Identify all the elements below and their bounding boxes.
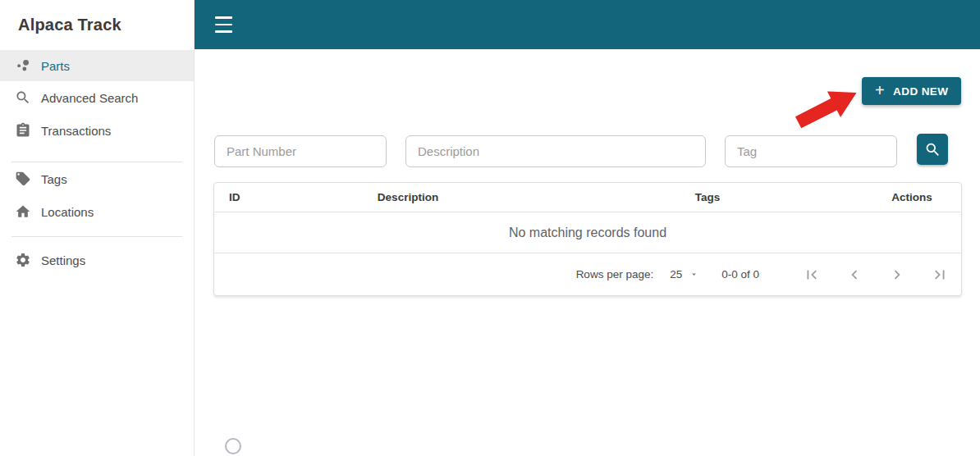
pagination-range: 0-0 of 0 [721, 268, 759, 280]
sidebar-item-transactions[interactable]: Transactions [0, 114, 194, 147]
last-page-button[interactable] [930, 265, 950, 285]
sidebar-item-label: Settings [41, 253, 85, 267]
hamburger-icon [215, 24, 232, 26]
tag-icon [14, 170, 32, 188]
loading-spinner-circle [225, 438, 241, 454]
table-header-row: ID Description Tags Actions [214, 183, 961, 212]
hamburger-icon [215, 16, 232, 19]
rows-per-page-value: 25 [670, 268, 682, 280]
empty-state-row: No matching records found [214, 212, 961, 253]
last-page-icon [931, 266, 949, 284]
search-icon [14, 89, 32, 107]
part-number-input[interactable] [214, 135, 387, 167]
sidebar-item-advanced-search[interactable]: Advanced Search [0, 81, 194, 114]
sidebar-item-label: Tags [41, 172, 67, 186]
sidebar-item-label: Advanced Search [41, 91, 138, 105]
sidebar-item-label: Transactions [41, 124, 111, 138]
clipboard-icon [14, 121, 32, 139]
sidebar-item-settings[interactable]: Settings [0, 244, 194, 276]
chevron-left-icon [845, 266, 863, 284]
tag-input[interactable] [725, 135, 897, 167]
rows-per-page-select[interactable]: 25 [670, 268, 698, 280]
empty-state-message: No matching records found [509, 226, 666, 240]
column-header-tags[interactable]: Tags [695, 183, 721, 212]
gear-icon [14, 251, 32, 269]
column-header-description[interactable]: Description [378, 183, 438, 212]
sidebar-item-tags[interactable]: Tags [0, 162, 194, 195]
sidebar: Alpaca Track Parts Advanced Search Trans… [0, 0, 195, 456]
parts-table: ID Description Tags Actions No matching … [213, 182, 962, 296]
search-button[interactable] [917, 134, 948, 165]
menu-button[interactable] [215, 16, 233, 33]
next-page-button[interactable] [887, 265, 907, 285]
chevron-down-icon [689, 270, 698, 279]
add-new-button[interactable]: + ADD NEW [862, 77, 961, 105]
sidebar-item-label: Locations [41, 205, 94, 219]
column-header-actions[interactable]: Actions [891, 183, 932, 212]
chevron-right-icon [888, 266, 906, 284]
plus-icon: + [875, 82, 885, 98]
rows-per-page-label: Rows per page: [576, 268, 654, 280]
app-title: Alpaca Track [0, 0, 194, 50]
pagination-bar: Rows per page: 25 0-0 of 0 [214, 253, 961, 295]
first-page-button[interactable] [802, 265, 822, 285]
sidebar-divider [11, 236, 182, 237]
sidebar-item-label: Parts [41, 59, 70, 73]
description-input[interactable] [405, 135, 706, 167]
sidebar-item-parts[interactable]: Parts [0, 50, 194, 81]
app-header [195, 0, 980, 49]
first-page-icon [803, 266, 821, 284]
sidebar-item-locations[interactable]: Locations [0, 195, 194, 228]
search-icon [924, 141, 941, 158]
column-header-id[interactable]: ID [229, 183, 240, 212]
bubble-chart-icon [14, 57, 32, 75]
annotation-arrow [788, 86, 867, 137]
hamburger-icon [215, 30, 232, 33]
previous-page-button[interactable] [845, 265, 864, 285]
home-icon [14, 203, 32, 221]
add-new-label: ADD NEW [893, 85, 948, 98]
